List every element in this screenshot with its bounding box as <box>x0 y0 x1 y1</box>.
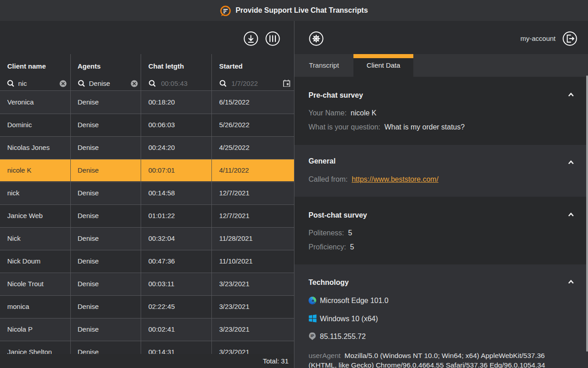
svg-text:IP: IP <box>311 334 314 338</box>
